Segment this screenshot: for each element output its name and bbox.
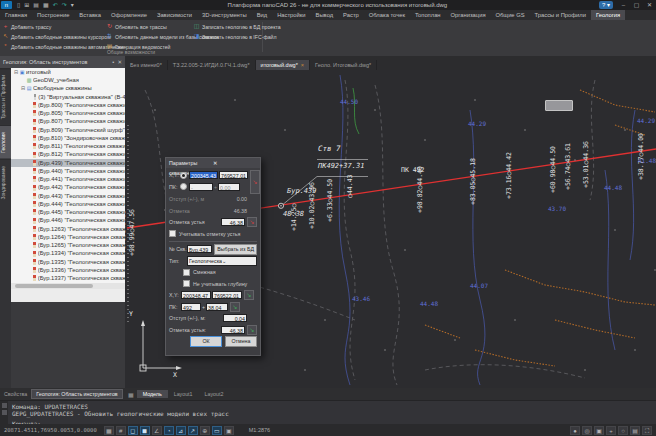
sheet-icon[interactable]: ▤ — [630, 426, 640, 435]
document-tab-1[interactable]: Без имени0* — [125, 60, 168, 70]
ignore-depth-checkbox[interactable] — [183, 280, 190, 287]
minimize-button[interactable]: – — [617, 0, 630, 10]
use-mouth-checkbox[interactable] — [169, 230, 176, 237]
palette-tab-2[interactable]: Геология — [0, 125, 11, 159]
ok-button[interactable]: ОК — [190, 336, 222, 347]
dialog-title-bar[interactable]: Параметры скважины ✕ — [166, 158, 260, 168]
annot-icon[interactable]: ▭ — [212, 426, 222, 435]
generate-reports-button[interactable]: ▤Генерация ведомостей — [106, 42, 219, 51]
mouth2-input[interactable]: 46.38 — [221, 326, 245, 334]
snap-icon[interactable]: # — [116, 426, 126, 435]
dyn-input-icon[interactable]: ↗ — [188, 426, 198, 435]
layout-tab-модель[interactable]: Модель — [137, 390, 168, 398]
tree-item[interactable]: (Бур.1264) "Геологическая скважина" — [11, 233, 125, 241]
pk2-offset-input[interactable]: 38.04 — [206, 303, 228, 311]
tree-item[interactable]: ⊟▤Свободные скважины — [11, 85, 125, 93]
ribbon-tab-3[interactable]: Вставка — [74, 10, 106, 20]
pick-mouth2-button[interactable]: ↘ — [247, 325, 257, 335]
ribbon-tab-6[interactable]: 3D-инструменты — [197, 10, 252, 20]
write-geology-file-button[interactable]: ◨Записать геологию в IFC-файл — [193, 32, 281, 41]
tree-item[interactable]: (Бур.1263) "Геологическая скважина" — [11, 225, 125, 233]
pick-mouth-button[interactable]: ↘ — [247, 217, 257, 227]
open-file-icon[interactable]: ⊞ — [24, 2, 29, 8]
panel-tab-1[interactable]: Свойства — [0, 390, 31, 398]
tree-item[interactable]: (Бур.800) "Геологическая скважина" — [11, 101, 125, 109]
ribbon-tab-16[interactable]: Геология — [591, 10, 625, 20]
selection-icon[interactable]: ▣ — [224, 426, 234, 435]
palette-tab-1[interactable]: Трассы и Профили — [0, 68, 11, 125]
write-geology-db-button[interactable]: ◫Записать геологию в БД проекта — [193, 22, 281, 31]
print-icon[interactable]: ▦ — [43, 2, 49, 8]
tree-item[interactable]: (Бур.441) "Геологическая скважина" — [11, 175, 125, 183]
pick-point-button[interactable]: ↘ — [250, 170, 260, 194]
layout-tab-layout1[interactable]: Layout1 — [168, 390, 199, 398]
polar-icon[interactable]: ◼ — [140, 426, 150, 435]
tree-item[interactable]: (Бур.812) "Геологическая скважина" — [11, 151, 125, 159]
tree-item-selected[interactable]: (Бур.439) "Геологическая скважина" — [11, 159, 125, 167]
help-button[interactable]: ? ▾ — [599, 1, 613, 9]
y-input[interactable]: 769527.01 — [219, 171, 248, 179]
app-logo-icon[interactable]: n — [1, 1, 12, 9]
ribbon-tab-5[interactable]: Зависимости — [152, 10, 197, 20]
tree-item[interactable]: (Бур.1334) "Геологическая скважина" — [11, 250, 125, 258]
orbit-icon[interactable]: ● — [570, 426, 580, 435]
x2-input[interactable]: 200348.47 — [181, 291, 211, 299]
tab-close-icon[interactable]: × — [301, 62, 304, 68]
offset2-input[interactable]: 0.04 — [223, 314, 247, 322]
ribbon-tab-9[interactable]: Вывод — [311, 10, 339, 20]
weights-icon[interactable]: ⊕ — [200, 426, 210, 435]
ribbon-tab-4[interactable]: Оформление — [106, 10, 152, 20]
ribbon-tab-2[interactable]: Построение — [32, 10, 74, 20]
close-button[interactable]: ✕ — [643, 0, 656, 10]
tree-item[interactable]: (Бур.811) "Геологическая скважина" — [11, 142, 125, 150]
tree-item[interactable]: (Бур.1336) "Геологическая скважина" — [11, 266, 125, 274]
zoom-icon[interactable]: ◎ — [582, 426, 592, 435]
maximize-button[interactable]: ▢ — [630, 0, 643, 10]
x-input[interactable]: 200345.43 — [189, 171, 218, 179]
layout-grid-icon[interactable]: ▦ — [128, 391, 134, 398]
tree-item[interactable]: (Бур.1335) "Геологическая скважина" — [11, 258, 125, 266]
ribbon-tab-14[interactable]: Общие GS — [491, 10, 530, 20]
circle-icon[interactable]: ○ — [618, 426, 628, 435]
dropdown-icon[interactable]: ▾ — [71, 2, 74, 8]
ribbon-tab-1[interactable]: Главная — [0, 10, 32, 20]
tree-item[interactable]: (Бур.1265) "Геологическая скважина" — [11, 241, 125, 249]
pick-pk2-button[interactable]: ↘ — [230, 302, 240, 312]
y2-input[interactable]: 769522.01 — [212, 291, 242, 299]
ortho-icon[interactable]: ◻ — [128, 426, 138, 435]
undo-icon[interactable]: ↶ — [53, 2, 58, 8]
tree-item[interactable]: (Бур.443) "Геологическая скважина" — [11, 192, 125, 200]
ribbon-tab-12[interactable]: Топоплан — [410, 10, 446, 20]
well-number-input[interactable]: Бур.439 — [187, 245, 212, 253]
pk-offset-input[interactable]: 0.00 — [218, 183, 240, 191]
ribbon-tab-10[interactable]: Растр — [338, 10, 364, 20]
ribbon-tab-15[interactable]: Трассы и Профили — [530, 10, 591, 20]
tree-item[interactable]: (Бур.810) "Зондировочная скважина" — [11, 134, 125, 142]
regen-icon[interactable]: + — [606, 426, 616, 435]
tree-item[interactable]: (Бур.444) "Геологическая скважина" — [11, 200, 125, 208]
angle-icon[interactable]: ∠ — [152, 426, 162, 435]
tree-item[interactable]: (Бур.809) "Геологический шурф" (Ш — [11, 126, 125, 134]
fullscreen-icon[interactable]: ⛶ — [642, 426, 652, 435]
tree-item[interactable]: (Бур.445) "Геологическая скважина" — [11, 208, 125, 216]
pick-xy2-button[interactable]: ↘ — [244, 290, 254, 300]
tree-item[interactable]: (3) "Виртуальная скважина" (В-40 — [11, 93, 125, 101]
tree-item[interactable]: (Бур.1337) "Геологическая скважина" — [11, 274, 125, 282]
pk2-input[interactable]: 492 — [181, 303, 201, 311]
save-icon[interactable]: ▤ — [33, 2, 39, 8]
choose-from-db-button[interactable]: Выбрать из БД — [214, 244, 257, 255]
redo-icon[interactable]: ↷ — [62, 2, 67, 8]
cancel-button[interactable]: Отмена — [225, 336, 257, 347]
ribbon-tab-8[interactable]: Настройки — [272, 10, 310, 20]
tree-item[interactable]: ⊟▣итоговый — [11, 68, 125, 76]
scrollbar-thumb[interactable] — [15, 284, 93, 288]
grid-icon[interactable]: ▦ — [104, 426, 114, 435]
xy-radio[interactable] — [180, 172, 187, 179]
type-select[interactable]: Геологическая скважина ⌄ — [187, 256, 257, 266]
new-file-icon[interactable]: ▯ — [17, 2, 20, 8]
panel-pin-icon[interactable]: ▪ — [112, 56, 114, 68]
document-tab-3[interactable]: итоговый.dwg*× — [256, 60, 310, 70]
tree-item[interactable]: (Бур.442) "Геологическая скважина" — [11, 184, 125, 192]
scale-indicator[interactable]: М1:2876 — [249, 427, 270, 433]
otrack-icon[interactable]: ◔ — [164, 426, 174, 435]
